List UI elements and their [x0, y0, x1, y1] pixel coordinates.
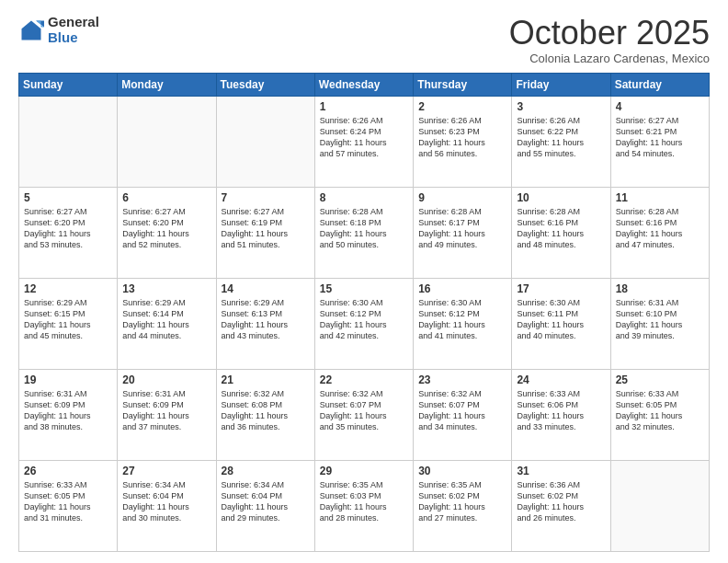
day-number: 27 [122, 465, 210, 477]
day-info: Sunrise: 6:26 AM Sunset: 6:24 PM Dayligh… [320, 115, 408, 160]
day-number: 21 [222, 373, 310, 386]
calendar-cell: 22Sunrise: 6:32 AM Sunset: 6:07 PM Dayli… [314, 369, 413, 460]
day-info: Sunrise: 6:35 AM Sunset: 6:03 PM Dayligh… [320, 479, 408, 524]
logo-text: General Blue [48, 15, 99, 45]
calendar-cell: 21Sunrise: 6:32 AM Sunset: 6:08 PM Dayli… [216, 369, 314, 460]
day-number: 5 [24, 191, 112, 204]
day-info: Sunrise: 6:34 AM Sunset: 6:04 PM Dayligh… [122, 479, 210, 524]
title-area: October 2025 Colonia Lazaro Cardenas, Me… [509, 15, 710, 65]
day-info: Sunrise: 6:29 AM Sunset: 6:15 PM Dayligh… [24, 297, 112, 342]
day-number: 8 [320, 191, 408, 204]
calendar-cell: 24Sunrise: 6:33 AM Sunset: 6:06 PM Dayli… [512, 369, 610, 460]
day-number: 12 [24, 282, 112, 295]
calendar-cell: 13Sunrise: 6:29 AM Sunset: 6:14 PM Dayli… [118, 278, 216, 369]
day-info: Sunrise: 6:26 AM Sunset: 6:22 PM Dayligh… [517, 115, 605, 160]
weekday-header-thursday: Thursday [414, 73, 512, 96]
day-info: Sunrise: 6:34 AM Sunset: 6:04 PM Dayligh… [222, 479, 310, 524]
calendar-cell: 18Sunrise: 6:31 AM Sunset: 6:10 PM Dayli… [610, 278, 709, 369]
calendar-cell: 27Sunrise: 6:34 AM Sunset: 6:04 PM Dayli… [118, 460, 216, 551]
svg-marker-0 [22, 20, 41, 40]
calendar-cell: 26Sunrise: 6:33 AM Sunset: 6:05 PM Dayli… [19, 460, 118, 551]
day-number: 11 [616, 191, 704, 204]
calendar-week-2: 12Sunrise: 6:29 AM Sunset: 6:15 PM Dayli… [19, 278, 710, 369]
calendar-cell: 9Sunrise: 6:28 AM Sunset: 6:17 PM Daylig… [414, 187, 512, 278]
calendar-cell: 5Sunrise: 6:27 AM Sunset: 6:20 PM Daylig… [19, 187, 118, 278]
calendar-week-3: 19Sunrise: 6:31 AM Sunset: 6:09 PM Dayli… [19, 369, 710, 460]
calendar-cell: 16Sunrise: 6:30 AM Sunset: 6:12 PM Dayli… [414, 278, 512, 369]
day-info: Sunrise: 6:27 AM Sunset: 6:20 PM Dayligh… [122, 206, 210, 251]
day-number: 16 [418, 282, 506, 295]
month-title: October 2025 [509, 15, 710, 52]
day-info: Sunrise: 6:28 AM Sunset: 6:16 PM Dayligh… [517, 206, 605, 251]
day-info: Sunrise: 6:28 AM Sunset: 6:17 PM Dayligh… [418, 206, 506, 251]
day-info: Sunrise: 6:28 AM Sunset: 6:16 PM Dayligh… [616, 206, 704, 251]
calendar-cell: 25Sunrise: 6:33 AM Sunset: 6:05 PM Dayli… [610, 369, 709, 460]
calendar-cell: 7Sunrise: 6:27 AM Sunset: 6:19 PM Daylig… [216, 187, 314, 278]
day-info: Sunrise: 6:32 AM Sunset: 6:07 PM Dayligh… [418, 388, 506, 433]
day-number: 26 [24, 465, 112, 477]
day-number: 28 [222, 465, 310, 477]
day-info: Sunrise: 6:29 AM Sunset: 6:14 PM Dayligh… [122, 297, 210, 342]
day-number: 18 [616, 282, 704, 295]
calendar-cell: 3Sunrise: 6:26 AM Sunset: 6:22 PM Daylig… [512, 96, 610, 187]
day-number: 10 [517, 191, 605, 204]
day-number: 23 [418, 373, 506, 386]
calendar-cell: 1Sunrise: 6:26 AM Sunset: 6:24 PM Daylig… [314, 96, 413, 187]
day-number: 3 [517, 100, 605, 113]
day-number: 14 [222, 282, 310, 295]
day-number: 19 [24, 373, 112, 386]
day-info: Sunrise: 6:31 AM Sunset: 6:09 PM Dayligh… [122, 388, 210, 433]
day-number: 17 [517, 282, 605, 295]
weekday-header-saturday: Saturday [610, 73, 709, 96]
calendar-cell [216, 96, 314, 187]
calendar-cell: 14Sunrise: 6:29 AM Sunset: 6:13 PM Dayli… [216, 278, 314, 369]
day-number: 31 [517, 465, 605, 477]
day-info: Sunrise: 6:30 AM Sunset: 6:12 PM Dayligh… [320, 297, 408, 342]
calendar-cell: 28Sunrise: 6:34 AM Sunset: 6:04 PM Dayli… [216, 460, 314, 551]
day-info: Sunrise: 6:33 AM Sunset: 6:05 PM Dayligh… [616, 388, 704, 433]
day-info: Sunrise: 6:30 AM Sunset: 6:12 PM Dayligh… [418, 297, 506, 342]
weekday-header-monday: Monday [118, 73, 216, 96]
calendar-cell: 15Sunrise: 6:30 AM Sunset: 6:12 PM Dayli… [314, 278, 413, 369]
day-info: Sunrise: 6:29 AM Sunset: 6:13 PM Dayligh… [222, 297, 310, 342]
day-number: 15 [320, 282, 408, 295]
calendar-cell [19, 96, 118, 187]
day-info: Sunrise: 6:28 AM Sunset: 6:18 PM Dayligh… [320, 206, 408, 251]
weekday-header-wednesday: Wednesday [314, 73, 413, 96]
day-number: 22 [320, 373, 408, 386]
calendar-cell: 4Sunrise: 6:27 AM Sunset: 6:21 PM Daylig… [610, 96, 709, 187]
calendar-cell: 30Sunrise: 6:35 AM Sunset: 6:02 PM Dayli… [414, 460, 512, 551]
weekday-header-sunday: Sunday [19, 73, 118, 96]
day-number: 4 [616, 100, 704, 113]
day-info: Sunrise: 6:26 AM Sunset: 6:23 PM Dayligh… [418, 115, 506, 160]
calendar-cell: 23Sunrise: 6:32 AM Sunset: 6:07 PM Dayli… [414, 369, 512, 460]
calendar-cell: 31Sunrise: 6:36 AM Sunset: 6:02 PM Dayli… [512, 460, 610, 551]
day-info: Sunrise: 6:35 AM Sunset: 6:02 PM Dayligh… [418, 479, 506, 524]
location-subtitle: Colonia Lazaro Cardenas, Mexico [509, 52, 710, 65]
calendar-cell: 10Sunrise: 6:28 AM Sunset: 6:16 PM Dayli… [512, 187, 610, 278]
day-info: Sunrise: 6:32 AM Sunset: 6:07 PM Dayligh… [320, 388, 408, 433]
calendar-cell: 17Sunrise: 6:30 AM Sunset: 6:11 PM Dayli… [512, 278, 610, 369]
calendar-week-4: 26Sunrise: 6:33 AM Sunset: 6:05 PM Dayli… [19, 460, 710, 551]
day-info: Sunrise: 6:36 AM Sunset: 6:02 PM Dayligh… [517, 479, 605, 524]
day-number: 2 [418, 100, 506, 113]
logo-icon [18, 17, 44, 43]
calendar-cell [118, 96, 216, 187]
weekday-header-row: SundayMondayTuesdayWednesdayThursdayFrid… [19, 73, 710, 96]
day-number: 13 [122, 282, 210, 295]
day-info: Sunrise: 6:31 AM Sunset: 6:09 PM Dayligh… [24, 388, 112, 433]
day-number: 29 [320, 465, 408, 477]
calendar-cell: 20Sunrise: 6:31 AM Sunset: 6:09 PM Dayli… [118, 369, 216, 460]
calendar-week-0: 1Sunrise: 6:26 AM Sunset: 6:24 PM Daylig… [19, 96, 710, 187]
day-number: 9 [418, 191, 506, 204]
day-info: Sunrise: 6:30 AM Sunset: 6:11 PM Dayligh… [517, 297, 605, 342]
calendar-cell: 11Sunrise: 6:28 AM Sunset: 6:16 PM Dayli… [610, 187, 709, 278]
day-number: 24 [517, 373, 605, 386]
day-info: Sunrise: 6:27 AM Sunset: 6:20 PM Dayligh… [24, 206, 112, 251]
calendar-cell: 29Sunrise: 6:35 AM Sunset: 6:03 PM Dayli… [314, 460, 413, 551]
calendar-cell: 8Sunrise: 6:28 AM Sunset: 6:18 PM Daylig… [314, 187, 413, 278]
weekday-header-friday: Friday [512, 73, 610, 96]
day-info: Sunrise: 6:32 AM Sunset: 6:08 PM Dayligh… [222, 388, 310, 433]
logo-blue: Blue [48, 30, 99, 46]
calendar-week-1: 5Sunrise: 6:27 AM Sunset: 6:20 PM Daylig… [19, 187, 710, 278]
